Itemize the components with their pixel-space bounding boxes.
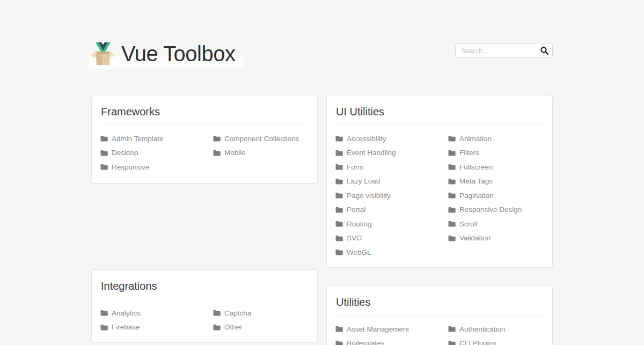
category-item-label: Captcha xyxy=(224,309,251,317)
category-list: Asset ManagementAuthenticationBoilerplat… xyxy=(335,322,544,345)
category-list: AnalyticsCaptchaFirebaseOther xyxy=(100,306,309,334)
folder-icon xyxy=(100,164,108,170)
folder-icon xyxy=(335,164,343,170)
folder-icon xyxy=(448,221,456,227)
card-title-frameworks: Frameworks xyxy=(101,106,309,118)
folder-icon xyxy=(100,135,108,142)
category-item-label: Filters xyxy=(459,149,479,157)
card-divider xyxy=(100,299,309,299)
folder-icon xyxy=(100,324,108,331)
category-item-form[interactable]: Form xyxy=(335,160,448,174)
folder-icon xyxy=(213,324,221,331)
card-divider xyxy=(335,124,544,125)
category-item-label: Animation xyxy=(459,135,492,143)
card-divider xyxy=(100,124,309,125)
folder-icon xyxy=(448,150,456,156)
folder-icon xyxy=(100,310,108,316)
folder-icon xyxy=(335,221,343,227)
folder-icon xyxy=(335,135,343,142)
folder-icon xyxy=(448,207,456,213)
folder-icon xyxy=(335,178,343,185)
folder-icon xyxy=(448,340,456,345)
category-item-label: Meta Tags xyxy=(459,177,493,185)
category-item-label: Admin Template xyxy=(112,135,164,143)
folder-icon xyxy=(335,326,343,332)
category-item-label: Accessibility xyxy=(347,135,386,143)
card-title-ui-utilities: UI Utilities xyxy=(336,106,544,118)
category-item-label: SVG xyxy=(347,234,362,242)
search-icon[interactable] xyxy=(540,46,549,55)
category-item-firebase[interactable]: Firebase xyxy=(100,320,213,335)
card-frameworks: Frameworks Admin TemplateComponent Colle… xyxy=(91,95,318,183)
category-item-other[interactable]: Other xyxy=(213,320,309,335)
category-item-label: Analytics xyxy=(112,309,141,317)
category-item-responsive-design[interactable]: Responsive Design xyxy=(448,203,544,217)
category-item-label: Scroll xyxy=(459,220,478,228)
search-box xyxy=(455,43,553,58)
category-item-desktop[interactable]: Desktop xyxy=(100,146,213,160)
category-item-event-handling[interactable]: Event Handling xyxy=(335,146,448,160)
category-item-label: Asset Management xyxy=(347,325,409,333)
card-title-utilities: Utilities xyxy=(336,296,544,309)
category-item-label: Firebase xyxy=(112,323,140,331)
category-list: AccessibilityAnimationEvent HandlingFilt… xyxy=(335,131,544,260)
category-item-routing[interactable]: Routing xyxy=(335,217,448,231)
folder-icon xyxy=(100,150,108,156)
category-item-admin-template[interactable]: Admin Template xyxy=(100,131,213,146)
folder-icon xyxy=(448,235,456,241)
category-item-pagination[interactable]: Pagination xyxy=(448,188,544,203)
category-item-captcha[interactable]: Captcha xyxy=(213,306,309,320)
vue-box-logo-icon xyxy=(90,41,116,67)
category-item-label: Validation xyxy=(459,234,491,242)
category-item-animation[interactable]: Animation xyxy=(448,131,544,146)
category-item-label: Portal xyxy=(347,205,365,214)
category-item-label: Pagination xyxy=(459,192,494,200)
card-integrations: Integrations AnalyticsCaptchaFirebaseOth… xyxy=(91,269,318,342)
folder-icon xyxy=(335,340,343,345)
category-item-asset-management[interactable]: Asset Management xyxy=(335,322,448,336)
category-item-portal[interactable]: Portal xyxy=(335,203,448,217)
category-item-meta-tags[interactable]: Meta Tags xyxy=(448,174,544,189)
category-item-label: CLI Plugins xyxy=(459,339,496,345)
category-item-validation[interactable]: Validation xyxy=(448,231,544,246)
category-item-responsive[interactable]: Responsive xyxy=(100,160,213,174)
category-item-label: Responsive xyxy=(112,163,150,171)
folder-icon xyxy=(213,150,221,156)
category-item-label: Authentication xyxy=(459,325,506,333)
card-title-integrations: Integrations xyxy=(101,280,309,292)
category-item-webgl[interactable]: WebGL xyxy=(335,245,448,260)
category-item-lazy-load[interactable]: Lazy Load xyxy=(335,174,448,189)
category-item-label: Mobile xyxy=(224,149,246,157)
category-item-component-collections[interactable]: Component Collections xyxy=(213,131,309,146)
folder-icon xyxy=(448,326,456,332)
category-item-mobile[interactable]: Mobile xyxy=(213,146,309,160)
folder-icon xyxy=(335,150,343,156)
category-item-filters[interactable]: Filters xyxy=(448,146,544,160)
brand-header: Vue Toolbox xyxy=(89,40,244,69)
category-item-page-visibility[interactable]: Page visibility xyxy=(335,188,448,203)
category-item-label: Lazy Load xyxy=(347,177,380,185)
folder-icon xyxy=(335,207,343,213)
folder-icon xyxy=(448,164,456,170)
search-input[interactable] xyxy=(455,43,553,58)
category-item-svg[interactable]: SVG xyxy=(335,231,448,246)
folder-icon xyxy=(335,192,343,199)
category-item-analytics[interactable]: Analytics xyxy=(100,306,213,320)
category-item-label: Boilerplates xyxy=(347,339,385,345)
folder-icon xyxy=(213,135,221,142)
category-item-label: Other xyxy=(224,323,243,331)
category-item-boilerplates[interactable]: Boilerplates xyxy=(335,336,448,345)
page-title: Vue Toolbox xyxy=(121,42,235,66)
folder-icon xyxy=(448,192,456,199)
category-item-scroll[interactable]: Scroll xyxy=(448,217,544,231)
folder-icon xyxy=(213,310,221,316)
category-item-accessibility[interactable]: Accessibility xyxy=(335,131,448,146)
category-item-label: Form xyxy=(347,163,364,171)
category-item-label: Desktop xyxy=(112,149,138,157)
category-item-fullscreen[interactable]: Fullscreen xyxy=(448,160,544,174)
folder-icon xyxy=(335,249,343,255)
category-item-cli-plugins[interactable]: CLI Plugins xyxy=(448,336,544,345)
category-item-authentication[interactable]: Authentication xyxy=(448,322,544,336)
category-item-label: Routing xyxy=(347,220,372,228)
category-list: Admin TemplateComponent CollectionsDeskt… xyxy=(100,131,309,174)
